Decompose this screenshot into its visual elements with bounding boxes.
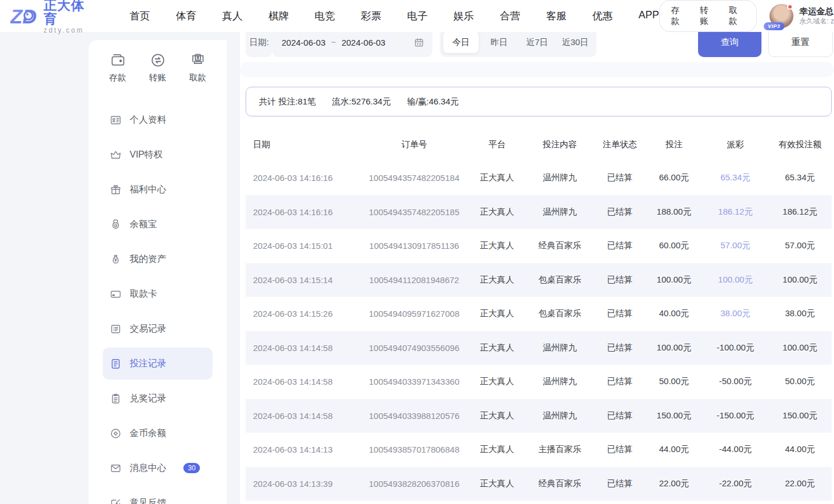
sidebar-item-yuebao[interactable]: 余额宝 — [103, 208, 212, 240]
calendar-icon[interactable] — [414, 37, 424, 48]
nav-item-partnership[interactable]: 合营 — [500, 9, 520, 23]
range-today[interactable]: 今日 — [443, 32, 479, 53]
purse-icon — [110, 219, 122, 231]
money-bag-icon — [110, 253, 122, 265]
date-separator: ~ — [331, 38, 336, 47]
date-to-value: 2024-06-03 — [342, 38, 386, 47]
nav-item-sports[interactable]: 体育 — [176, 9, 197, 23]
main-nav: 首页 体育 真人 棋牌 电竞 彩票 电子 娱乐 合营 客服 优惠 APP — [130, 9, 659, 23]
transfer-link[interactable]: 转账 — [700, 5, 716, 27]
table-row: 2024-06-03 14:15:26 1005494095971627008 … — [246, 297, 832, 331]
vip-badge: VIP3 — [764, 22, 784, 30]
sidebar: 存款 转账 取款 个人资料 — [89, 40, 227, 504]
nav-item-esports[interactable]: 电竞 — [315, 9, 335, 23]
reset-button[interactable]: 重置 — [768, 32, 833, 57]
summary-bar: 共计 投注:81笔 流水:5276.34元 输/赢:46.34元 — [246, 87, 832, 116]
bet-records-icon — [110, 358, 122, 370]
quick-action-transfer[interactable]: 转账 — [149, 53, 166, 83]
sidebar-item-redeem-records[interactable]: 兑奖记录 — [103, 382, 212, 414]
search-button[interactable]: 查询 — [698, 32, 761, 57]
col-payout: 派彩 — [703, 139, 768, 150]
coin-icon — [110, 428, 122, 440]
brand-name: 正大体育 — [43, 0, 97, 26]
nav-item-support[interactable]: 客服 — [546, 9, 567, 23]
brand-logo[interactable]: ZD 正大体育 zdty.com — [10, 0, 97, 34]
atm-icon — [190, 53, 206, 68]
summary-total-bets: 共计 投注:81笔 — [259, 96, 316, 107]
sidebar-item-welfare[interactable]: 福利中心 — [103, 174, 212, 205]
col-status: 注单状态 — [594, 139, 645, 150]
table-row: 2024-06-03 14:16:16 1005494357482205185 … — [246, 195, 832, 229]
table-row: 2024-06-03 14:14:58 1005494074903556096 … — [246, 331, 832, 365]
bet-records-panel: 日期: 2024-06-03 ~ 2024-06-03 今日 昨日 近7日 近3… — [240, 32, 834, 504]
nav-item-live[interactable]: 真人 — [222, 9, 243, 23]
filter-toolbar: 日期: 2024-06-03 ~ 2024-06-03 今日 昨日 近7日 近3… — [240, 32, 834, 57]
zd-logo-icon: ZD — [10, 5, 39, 27]
nav-item-app[interactable]: APP — [639, 9, 659, 23]
nav-item-promotions[interactable]: 优惠 — [592, 9, 613, 23]
sidebar-item-vip[interactable]: VIP特权 — [103, 139, 212, 171]
table-row: 2024-06-03 14:15:01 1005494130917851136 … — [246, 229, 832, 263]
col-date: 日期 — [246, 139, 360, 150]
sidebar-item-feedback[interactable]: 意见反馈 — [103, 487, 212, 504]
top-bar: ZD 正大体育 zdty.com 首页 体育 真人 棋牌 电竞 彩票 电子 娱乐… — [0, 0, 834, 32]
wallet-icon — [110, 53, 126, 68]
col-content: 投注内容 — [526, 139, 594, 150]
table-row: 2024-06-03 14:16:16 1005494357482205184 … — [246, 161, 832, 195]
transaction-list-icon — [110, 323, 122, 335]
table-row: 2024-06-03 14:15:14 1005494112081948672 … — [246, 263, 832, 297]
sidebar-item-withdraw-card[interactable]: 取款卡 — [103, 278, 212, 310]
summary-turnover: 流水:5276.34元 — [332, 96, 391, 107]
sidebar-menu: 个人资料 VIP特权 福利中心 余额宝 — [89, 104, 227, 504]
nav-item-slots[interactable]: 电子 — [407, 9, 428, 23]
table-header-row: 日期 订单号 平台 投注内容 注单状态 投注 派彩 有效投注额 — [246, 128, 832, 161]
summary-win-loss: 输/赢:46.34元 — [407, 96, 459, 107]
quick-action-deposit[interactable]: 存款 — [109, 53, 126, 83]
col-bet: 投注 — [645, 139, 703, 150]
user-name: 幸运金总 — [799, 6, 834, 17]
range-7days[interactable]: 近7日 — [519, 32, 555, 53]
nav-item-entertainment[interactable]: 娱乐 — [454, 9, 474, 23]
col-valid: 有效投注额 — [768, 139, 832, 150]
range-30days[interactable]: 近30日 — [558, 32, 593, 53]
sidebar-item-coin-balance[interactable]: 金币余额 — [103, 417, 212, 449]
date-from-value: 2024-06-03 — [282, 38, 326, 47]
nav-item-boardgames[interactable]: 棋牌 — [268, 9, 289, 23]
sidebar-item-profile[interactable]: 个人资料 — [103, 104, 212, 136]
panel-divider-strip — [240, 62, 834, 77]
range-yesterday[interactable]: 昨日 — [482, 32, 517, 53]
table-row: 2024-06-03 14:13:39 1005493828206370816 … — [246, 467, 832, 501]
withdraw-link[interactable]: 取款 — [729, 5, 745, 27]
feedback-icon — [110, 497, 122, 504]
sidebar-item-assets[interactable]: 我的资产 — [103, 243, 212, 275]
clipboard-icon — [110, 393, 122, 405]
col-platform: 平台 — [468, 139, 526, 150]
col-order: 订单号 — [360, 139, 468, 150]
date-range-input[interactable]: 2024-06-03 ~ 2024-06-03 — [272, 32, 432, 57]
permanent-domain-note: 永久域名: z — [799, 17, 834, 26]
records-table: 日期 订单号 平台 投注内容 注单状态 投注 派彩 有效投注额 2024-06-… — [246, 128, 832, 501]
quick-range-group: 今日 昨日 近7日 近30日 — [440, 32, 596, 57]
sidebar-quick-actions: 存款 转账 取款 — [89, 40, 227, 87]
wallet-actions-pill: 存款 转账 取款 — [659, 0, 757, 32]
notification-dot — [787, 4, 793, 10]
table-body: 2024-06-03 14:16:16 1005494357482205184 … — [246, 161, 832, 501]
nav-item-lottery[interactable]: 彩票 — [361, 9, 382, 23]
table-row: 2024-06-03 14:14:58 1005494033988120576 … — [246, 399, 832, 433]
table-row: 2024-06-03 14:14:13 1005493857017806848 … — [246, 433, 832, 467]
mail-icon — [110, 462, 122, 474]
brand-domain: zdty.com — [43, 27, 97, 34]
quick-action-withdraw[interactable]: 取款 — [189, 53, 206, 83]
bank-card-icon — [110, 288, 122, 300]
user-block[interactable]: VIP3 幸运金总 永久域名: z — [769, 4, 834, 28]
sidebar-item-bet-records[interactable]: 投注记录 — [103, 348, 212, 380]
deposit-link[interactable]: 存款 — [671, 5, 688, 27]
app-root: ZD 正大体育 zdty.com 首页 体育 真人 棋牌 电竞 彩票 电子 娱乐… — [0, 0, 834, 504]
sidebar-item-transactions[interactable]: 交易记录 — [103, 313, 212, 345]
table-row: 2024-06-03 14:14:58 1005494033971343360 … — [246, 365, 832, 399]
crown-icon — [110, 149, 122, 161]
sidebar-item-messages[interactable]: 消息中心 30 — [103, 452, 212, 484]
transfer-icon — [150, 53, 166, 68]
nav-item-home[interactable]: 首页 — [130, 9, 150, 23]
id-card-icon — [110, 114, 122, 126]
